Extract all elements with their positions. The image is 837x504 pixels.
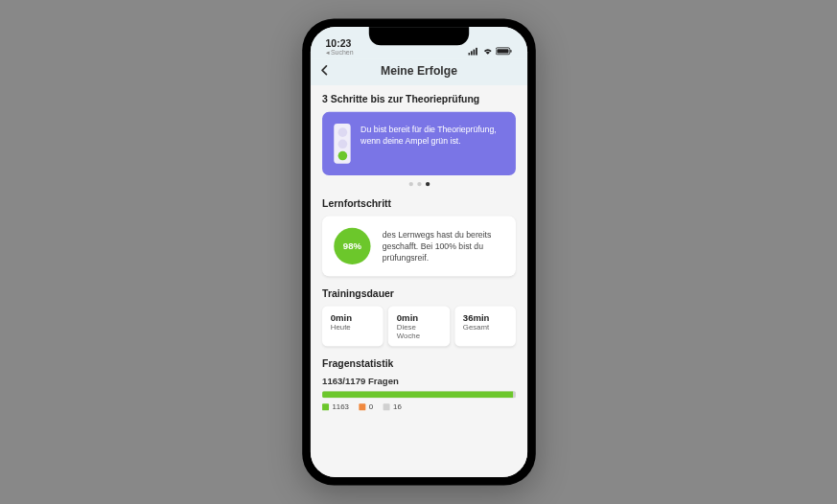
traffic-light-icon [334, 124, 350, 164]
status-back-app[interactable]: ◂ Suchen [325, 50, 353, 57]
legend-open-swatch [383, 403, 389, 410]
carousel-dot-1[interactable] [408, 182, 412, 186]
readiness-banner[interactable]: Du bist bereit für die Theorieprüfung, w… [322, 112, 516, 175]
training-week-value: 0min [396, 313, 440, 323]
notch [368, 27, 468, 45]
training-total: 36min Gesamt [454, 307, 516, 347]
legend-correct-value: 1163 [332, 402, 348, 411]
training-total-label: Gesamt [462, 323, 506, 332]
svg-rect-2 [473, 50, 475, 56]
legend-wrong-swatch [359, 403, 365, 410]
status-icons [468, 47, 512, 57]
stats-bar-correct [322, 391, 513, 398]
stats-bar [322, 391, 516, 398]
svg-rect-5 [497, 49, 508, 53]
progress-text: des Lernwegs hast du bereits geschafft. … [382, 229, 503, 263]
battery-icon [496, 47, 512, 57]
training-today-value: 0min [330, 313, 374, 323]
phone-frame: 10:23 ◂ Suchen Meine Erfolge [302, 18, 536, 485]
legend-correct: 1163 [322, 402, 349, 411]
back-button[interactable] [318, 60, 330, 80]
training-today: 0min Heute [322, 307, 384, 347]
page-title: Meine Erfolge [320, 63, 517, 77]
legend-wrong-value: 0 [368, 402, 372, 411]
carousel-dots [322, 182, 516, 186]
steps-title: 3 Schritte bis zur Theorieprüfung [322, 94, 516, 105]
svg-rect-1 [470, 51, 472, 55]
training-row: 0min Heute 0min Diese Woche 36min Gesamt [322, 307, 516, 347]
svg-rect-0 [468, 53, 470, 56]
legend-open: 16 [383, 402, 401, 411]
legend-correct-swatch [322, 403, 329, 410]
header: Meine Erfolge [310, 58, 526, 85]
carousel-dot-2[interactable] [416, 182, 420, 186]
progress-percent: 98% [342, 241, 360, 251]
progress-title: Lernfortschritt [322, 197, 516, 209]
chevron-left-icon [318, 64, 330, 76]
progress-card: 98% des Lernwegs hast du bereits geschaf… [322, 217, 516, 277]
stats-summary: 1163/1179 Fragen [322, 377, 516, 386]
stats-title: Fragenstatistik [322, 357, 516, 369]
training-today-label: Heute [330, 323, 374, 332]
signal-icon [468, 47, 479, 57]
content[interactable]: 3 Schritte bis zur Theorieprüfung Du bis… [310, 85, 526, 477]
traffic-light-red [337, 127, 347, 137]
training-total-value: 36min [462, 313, 506, 323]
wifi-icon [482, 47, 493, 57]
carousel-dot-3[interactable] [425, 182, 429, 186]
stats-legend: 1163 0 16 [322, 402, 516, 411]
traffic-light-green [337, 150, 347, 160]
screen: 10:23 ◂ Suchen Meine Erfolge [310, 27, 526, 477]
traffic-light-yellow [337, 139, 347, 149]
legend-open-value: 16 [393, 402, 402, 411]
stats-bar-open [513, 391, 516, 398]
training-week-label: Diese Woche [396, 323, 440, 339]
training-week: 0min Diese Woche [388, 307, 450, 347]
banner-text: Du bist bereit für die Theorieprüfung, w… [360, 124, 504, 164]
legend-wrong: 0 [359, 402, 373, 411]
training-title: Trainingsdauer [322, 287, 516, 299]
progress-circle: 98% [334, 228, 370, 264]
svg-rect-3 [476, 48, 477, 56]
